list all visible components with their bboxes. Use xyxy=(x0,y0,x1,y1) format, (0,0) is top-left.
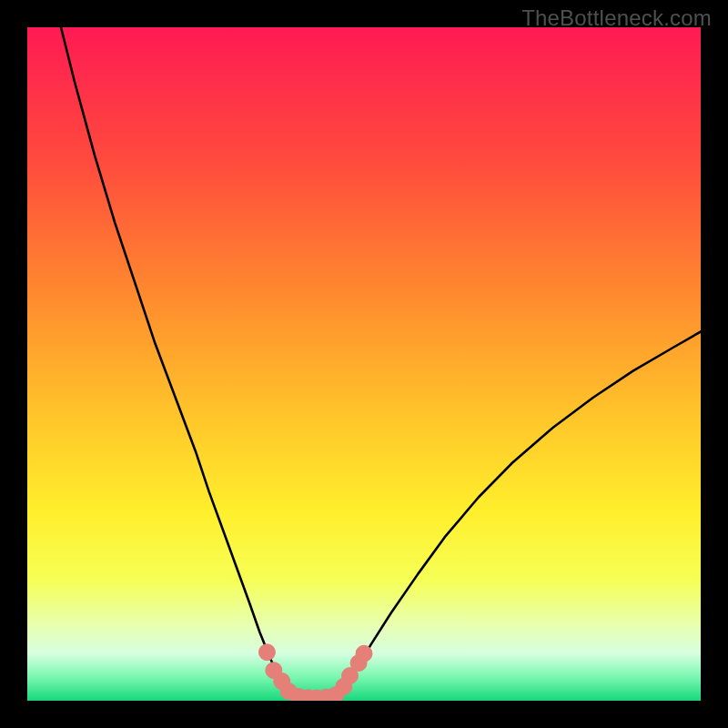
gradient-background xyxy=(27,27,701,701)
plot-area xyxy=(27,27,701,701)
curve-marker xyxy=(258,644,275,661)
outer-black-frame: TheBottleneck.com xyxy=(0,0,728,728)
curve-marker xyxy=(356,645,372,662)
chart-svg xyxy=(27,27,701,701)
